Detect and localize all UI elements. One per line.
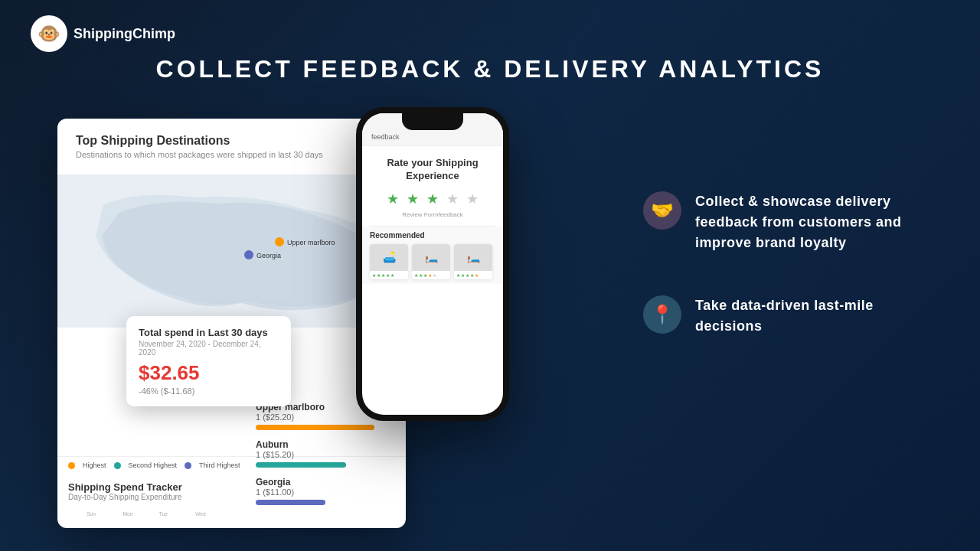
legend-dot-highest <box>68 462 75 469</box>
legend-dot-second <box>114 462 121 469</box>
star-2[interactable]: ★ <box>404 191 421 207</box>
dest-bar-3 <box>256 500 325 505</box>
dashboard-title: Top Shipping Destinations <box>76 134 387 148</box>
svg-point-3 <box>244 250 253 259</box>
svg-text:Upper marlboro: Upper marlboro <box>287 239 335 246</box>
logo-text: ShippingChimp <box>74 26 175 42</box>
logo-icon: 🐵 <box>31 15 67 52</box>
feature-text-2: Take data-driven last-miledecisions <box>695 295 874 337</box>
dashboard-card: Top Shipping Destinations Destinations t… <box>57 119 406 528</box>
legend-label-second: Second Highest <box>129 461 178 469</box>
dest-bar-1 <box>256 425 374 430</box>
phone-recommended: Recommended 🛋️ ★ ★ ★ ★ ★ 🛏️ <box>362 227 503 284</box>
right-section: 🤝 Collect & showcase deliveryfeedback fr… <box>643 191 934 379</box>
phone-rate-section: Rate your Shipping Experience ★ ★ ★ ★ ★ … <box>362 146 503 226</box>
svg-text:Sun: Sun <box>87 511 96 517</box>
phone-rec-title: Recommended <box>370 231 495 240</box>
legend-label-third: Third Highest <box>199 461 240 469</box>
feature-item-1: 🤝 Collect & showcase deliveryfeedback fr… <box>643 191 934 253</box>
star-1[interactable]: ★ <box>384 191 401 207</box>
spend-card: Total spend in Last 30 days November 24,… <box>126 316 291 406</box>
product-img-2: 🛏️ <box>412 244 450 271</box>
dest-name-2: Auburn <box>256 439 395 450</box>
product-stars-3: ★ ★ ★ ★ ★ <box>454 271 492 279</box>
phone-mockup: feedback Rate your Shipping Experience ★… <box>356 107 509 421</box>
spend-change: -46% ($-11.68) <box>139 386 279 396</box>
star-3[interactable]: ★ <box>424 191 441 207</box>
star-4[interactable]: ★ <box>444 191 461 207</box>
svg-text:Mon: Mon <box>123 511 133 517</box>
review-link[interactable]: Review Formfeedback <box>371 211 494 218</box>
page-title: COLLECT FEEDBACK & DELIVERY ANALYTICS <box>0 55 980 83</box>
dest-item: Auburn 1 ($15.20) <box>256 439 395 468</box>
phone-screen: feedback Rate your Shipping Experience ★… <box>362 113 503 415</box>
product-card-1[interactable]: 🛋️ ★ ★ ★ ★ ★ <box>370 244 408 279</box>
dest-count-2: 1 ($15.20) <box>256 450 395 459</box>
product-img-1: 🛋️ <box>370 244 408 271</box>
dest-item: Georgia 1 ($11.00) <box>256 477 395 505</box>
dashboard-subtitle: Destinations to which most packages were… <box>76 150 387 159</box>
handshake-icon: 🤝 <box>643 191 681 230</box>
map-svg: Upper marlboro Georgia <box>57 174 406 328</box>
svg-text:Wed: Wed <box>195 511 206 517</box>
svg-point-1 <box>275 237 284 246</box>
product-card-2[interactable]: 🛏️ ★ ★ ★ ★ ★ <box>412 244 450 279</box>
header: 🐵 ShippingChimp <box>31 15 175 52</box>
product-card-3[interactable]: 🛏️ ★ ★ ★ ★ ★ <box>454 244 492 279</box>
location-icon: 📍 <box>643 295 681 334</box>
phone-feedback-label: feedback <box>371 133 494 141</box>
product-row: 🛋️ ★ ★ ★ ★ ★ 🛏️ ★ ★ ★ <box>370 244 495 279</box>
feature-item-2: 📍 Take data-driven last-miledecisions <box>643 295 934 337</box>
product-img-3: 🛏️ <box>454 244 492 271</box>
legend-label-highest: Highest <box>83 461 106 469</box>
feature-text-1: Collect & showcase deliveryfeedback from… <box>695 191 902 253</box>
svg-text:Georgia: Georgia <box>256 252 281 259</box>
dest-bar-2 <box>256 462 346 468</box>
spend-amount: $32.65 <box>139 361 279 385</box>
spend-title: Total spend in Last 30 days <box>139 327 279 338</box>
product-stars-2: ★ ★ ★ ★ ★ <box>412 271 450 279</box>
phone-rate-title: Rate your Shipping Experience <box>371 157 494 183</box>
phone-notch <box>402 113 463 130</box>
spend-date: November 24, 2020 - December 24, 2020 <box>139 340 279 357</box>
svg-text:Tue: Tue <box>159 511 168 517</box>
legend-dot-third <box>185 462 191 469</box>
dest-name-3: Georgia <box>256 477 395 487</box>
star-5[interactable]: ★ <box>464 191 481 207</box>
dest-count-3: 1 ($11.00) <box>256 487 395 497</box>
product-stars-1: ★ ★ ★ ★ ★ <box>370 271 408 279</box>
map-area: Upper marlboro Georgia <box>57 174 406 328</box>
star-row: ★ ★ ★ ★ ★ <box>371 191 494 207</box>
